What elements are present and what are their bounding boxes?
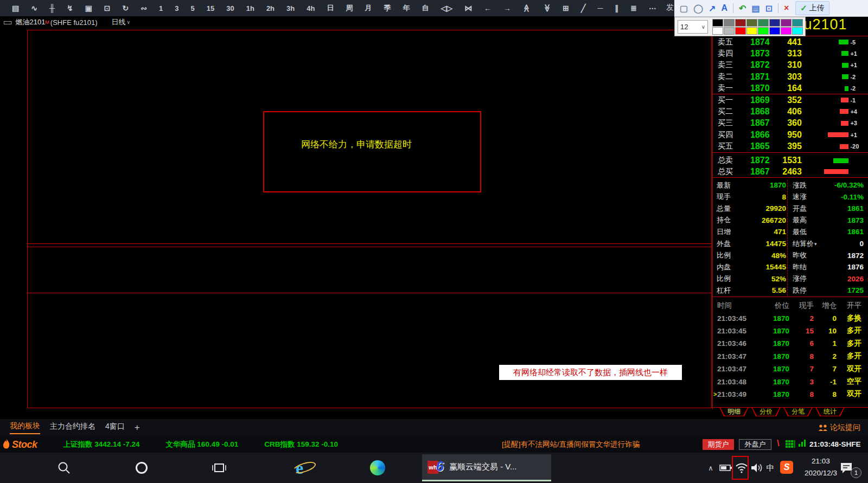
chevrons-down-icon[interactable]: ≪ [543, 4, 551, 12]
tape-open-close: 双开 [837, 364, 861, 374]
period-button-30[interactable]: 30 [226, 4, 234, 12]
upload-button[interactable]: ✓ 上传 [795, 1, 829, 15]
kline-icon[interactable]: ╫ [49, 4, 55, 12]
quote-board-icon[interactable]: ▤ [12, 4, 19, 12]
zoom-in-icon[interactable]: ⋈ [464, 4, 472, 12]
futures-account-button[interactable]: 期货户 [703, 439, 734, 450]
color-swatch-7[interactable] [792, 19, 803, 27]
indicator-icon[interactable]: ∾ [141, 4, 147, 12]
split-window-icon[interactable]: ⊞ [563, 4, 569, 12]
period-selector[interactable]: 日线 [112, 17, 126, 27]
save-annotation-icon[interactable]: ⊡ [765, 3, 773, 14]
depth-volume: 441 [770, 37, 802, 47]
color-swatch-4[interactable] [758, 19, 769, 27]
page-right-icon[interactable]: → [503, 4, 511, 12]
system-clock[interactable]: 21:03 2020/12/3 [802, 455, 840, 479]
period-button-月[interactable]: 月 [365, 3, 372, 13]
channel-icon[interactable]: ∥ [615, 4, 618, 12]
internet-explorer-button[interactable]: e [289, 457, 310, 479]
color-swatch-12[interactable] [758, 27, 769, 35]
period-button-5[interactable]: 5 [191, 4, 195, 12]
taskbar-search-button[interactable] [54, 458, 74, 478]
forum-ask-link[interactable]: 论坛提问 [818, 423, 860, 433]
color-swatch-2[interactable] [735, 19, 746, 27]
color-swatch-3[interactable] [746, 19, 757, 27]
period-button-1h[interactable]: 1h [246, 4, 254, 12]
period-button-15[interactable]: 15 [207, 4, 214, 12]
delete-icon[interactable]: × [784, 3, 789, 14]
color-swatch-13[interactable] [769, 27, 780, 35]
period-button-自[interactable]: 自 [422, 3, 429, 13]
color-swatch-5[interactable] [769, 19, 780, 27]
task-view-button[interactable] [209, 458, 229, 478]
period-button-日[interactable]: 日 [327, 3, 334, 13]
save-icon[interactable]: ⊡ [104, 4, 111, 12]
stat-label[interactable]: 结算价 [793, 239, 814, 249]
period-button-4h[interactable]: 4h [307, 4, 315, 12]
app-window: ▤∿╫↯▣⊡↻∾13515301h2h3h4h日周月季年自◁▷⋈←→≪≪⊞╱─∥… [0, 0, 868, 483]
rect-tool-icon[interactable]: ▢ [680, 3, 688, 14]
error-message-text: 网络不给力，申请数据超时 [301, 138, 412, 151]
chart-frame[interactable] [27, 30, 712, 408]
contract-name[interactable]: 燃油2101 [15, 17, 45, 27]
text-tool-icon[interactable]: A [721, 3, 727, 14]
period-button-1[interactable]: 1 [159, 4, 163, 12]
color-swatch-1[interactable] [724, 19, 735, 27]
line-chart-icon[interactable]: ∿ [31, 4, 37, 12]
color-swatch-0[interactable] [712, 19, 723, 27]
link-icon[interactable]: ⊏⊐ [3, 19, 11, 26]
more-icon[interactable]: ⋯ [649, 4, 656, 12]
color-swatch-6[interactable] [781, 19, 792, 27]
board-tab-4窗口[interactable]: 4窗口 [105, 422, 125, 434]
chevrons-up-icon[interactable]: ≪ [523, 4, 531, 12]
color-swatch-8[interactable] [712, 27, 723, 35]
ellipse-tool-icon[interactable]: ◯ [693, 3, 703, 14]
period-button-周[interactable]: 周 [346, 3, 353, 13]
panel-tab-分价[interactable]: 分价 [751, 407, 781, 416]
cortana-button[interactable] [132, 458, 151, 478]
period-button-年[interactable]: 年 [403, 3, 410, 13]
copy-icon[interactable]: ▤ [751, 3, 760, 14]
period-button-2h[interactable]: 2h [266, 4, 275, 12]
panel-tab-分笔[interactable]: 分笔 [783, 407, 813, 416]
tick-chart-icon[interactable]: ↯ [67, 4, 73, 12]
color-swatch-9[interactable] [724, 27, 735, 35]
color-swatch-14[interactable] [781, 27, 792, 35]
edge-button[interactable] [369, 459, 386, 476]
battery-icon[interactable] [718, 458, 733, 478]
ime-indicator[interactable]: 中 [764, 458, 777, 478]
undo-icon[interactable]: ↶ [739, 3, 746, 14]
order-panel-icon[interactable]: ▣ [85, 4, 92, 12]
total-volume: 2463 [770, 167, 802, 177]
page-left-icon[interactable]: ← [484, 4, 492, 12]
stat-value: 1725 [807, 286, 864, 294]
note-icon[interactable]: ≣ [630, 4, 637, 12]
publish-icon[interactable]: 发 [666, 3, 674, 12]
refresh-icon[interactable]: ↻ [123, 4, 129, 12]
board-tab-我的板块[interactable]: 我的板块 [10, 421, 40, 434]
volume-icon[interactable] [750, 460, 764, 476]
arrow-tool-icon[interactable]: ↗ [709, 3, 716, 14]
horizontal-line-icon[interactable]: ─ [597, 4, 603, 12]
color-swatch-11[interactable] [746, 27, 757, 35]
sogou-input-icon[interactable]: S [780, 461, 793, 474]
taskbar-app-trading[interactable]: wh 6 赢顺云端交易 - V... [422, 454, 551, 481]
period-button-3h[interactable]: 3h [286, 4, 295, 12]
zoom-out-icon[interactable]: ◁▷ [441, 4, 452, 12]
volume-bar [842, 63, 848, 68]
board-tab-主力合约排名[interactable]: 主力合约排名 [50, 422, 95, 434]
depth-delta: +1 [850, 50, 867, 57]
stat-label: 跌停 [793, 286, 807, 295]
tray-expand-chevron[interactable]: ∧ [705, 458, 716, 478]
external-account-button[interactable]: 外盘户 [739, 439, 771, 450]
add-board-button[interactable]: + [135, 422, 140, 433]
color-swatch-10[interactable] [735, 27, 746, 35]
period-button-3[interactable]: 3 [175, 4, 178, 12]
panel-tab-统计[interactable]: 统计 [815, 407, 845, 416]
period-button-季[interactable]: 季 [384, 3, 391, 13]
panel-tab-明细[interactable]: 明细 [719, 407, 749, 416]
tape-lots: 7 [789, 365, 814, 373]
font-size-select[interactable]: 12 ∨ [678, 20, 708, 34]
color-swatch-15[interactable] [792, 27, 803, 35]
trendline-icon[interactable]: ╱ [581, 4, 585, 12]
